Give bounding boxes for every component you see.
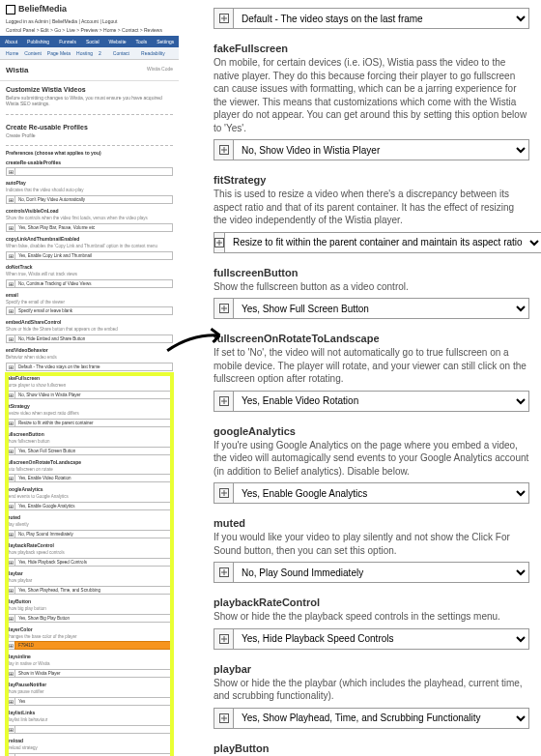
expand-icon[interactable]: ⊞ bbox=[6, 334, 14, 343]
expand-icon[interactable]: ⊞ bbox=[6, 306, 14, 315]
expand-icon[interactable]: ⊞ bbox=[6, 586, 14, 595]
tab-website[interactable]: Website bbox=[104, 36, 131, 47]
field-select[interactable]: Yes, Show Playhead, Time, and Scrubbing bbox=[14, 586, 173, 595]
tab-account[interactable]: Account bbox=[179, 36, 206, 47]
field-select[interactable]: Yes, Enable Copy Link and Thumbnail bbox=[14, 251, 173, 260]
expand-icon[interactable] bbox=[214, 708, 233, 729]
field-select[interactable]: Yes, Show Big Play Button bbox=[14, 614, 173, 623]
field-hint: Show the controls when the video first l… bbox=[6, 216, 173, 221]
tab-social[interactable]: Social bbox=[81, 36, 104, 47]
subnav-item[interactable]: Content bbox=[24, 50, 42, 56]
expand-icon[interactable] bbox=[214, 391, 233, 412]
field-label: embedAndShareControl bbox=[6, 319, 173, 325]
expand-icon[interactable]: ⊞ bbox=[6, 391, 14, 399]
field-label: playbar bbox=[6, 570, 173, 576]
field-select[interactable]: Default - The video stays on the last fr… bbox=[14, 363, 173, 371]
expand-icon[interactable] bbox=[214, 8, 233, 29]
field-select[interactable]: F7941D bbox=[14, 641, 173, 650]
expand-icon[interactable]: ⊞ bbox=[6, 363, 14, 371]
field-select[interactable]: Resize to fit within the parent containe… bbox=[14, 419, 173, 427]
field-select[interactable]: No, Don't Play Video Automatically bbox=[14, 195, 173, 204]
expand-icon[interactable]: ⊞ bbox=[6, 251, 14, 260]
field-label: preload bbox=[6, 738, 173, 743]
field-label: playButton bbox=[6, 598, 173, 604]
field-label: controlsVisibleOnLoad bbox=[6, 208, 173, 214]
expand-icon[interactable]: ⊞ bbox=[6, 279, 14, 288]
field-select[interactable]: Yes, Show Full Screen Button bbox=[14, 447, 173, 455]
tab-settings[interactable]: Settings bbox=[152, 36, 179, 47]
expand-icon[interactable]: ⊞ bbox=[6, 697, 14, 706]
field-hint: Specify the email of the viewer bbox=[6, 300, 173, 305]
field-select[interactable]: No, Show Video in Wistia Player bbox=[14, 391, 173, 399]
expand-icon[interactable] bbox=[214, 232, 224, 253]
field-label: playlistLinks bbox=[6, 710, 173, 715]
expand-icon[interactable] bbox=[214, 562, 233, 583]
tab-publishing[interactable]: Publishing bbox=[22, 36, 54, 47]
field-hint: Show pause notifier bbox=[6, 689, 173, 695]
expand-icon[interactable]: ⊞ bbox=[6, 558, 14, 567]
expand-icon[interactable]: ⊞ bbox=[6, 419, 14, 427]
field-select[interactable]: Yes bbox=[14, 697, 173, 706]
tab-tools[interactable]: Tools bbox=[131, 36, 153, 47]
tab-campaigns[interactable]: Campaigns bbox=[206, 36, 240, 47]
option-label: muted bbox=[214, 517, 529, 529]
subnav-item[interactable]: Hosting bbox=[76, 50, 93, 56]
subnav-item[interactable]: 2 bbox=[99, 50, 101, 56]
section-crp-hint: Create Profile bbox=[0, 132, 179, 142]
field-select[interactable]: Yes, Hide Playback Speed Controls bbox=[14, 558, 173, 567]
tab-about[interactable]: About bbox=[0, 36, 22, 47]
field-label: fakeFullscreen bbox=[6, 375, 173, 381]
expand-icon[interactable]: ⊞ bbox=[6, 447, 14, 455]
option-select[interactable]: No, Play Sound Immediately bbox=[233, 562, 529, 583]
field-hint: Changes the base color of the player bbox=[6, 634, 173, 640]
field-hint: Force player to show fullscreen bbox=[6, 383, 173, 389]
field-select[interactable]: No, Continue Tracking of Video Views bbox=[14, 279, 173, 288]
page-title: Wistia bbox=[6, 66, 29, 74]
expand-icon[interactable] bbox=[214, 628, 233, 650]
field-select[interactable] bbox=[14, 725, 173, 734]
field-label: playbackRateControl bbox=[6, 542, 173, 548]
option-select[interactable]: Resize to fit within the parent containe… bbox=[224, 232, 541, 253]
option-select[interactable]: Yes, Show Full Screen Button bbox=[233, 298, 529, 319]
subnav-item[interactable]: Page Meta bbox=[47, 50, 71, 56]
expand-icon[interactable]: ⊞ bbox=[6, 669, 14, 678]
field-label: playsinline bbox=[6, 654, 173, 659]
option-select[interactable]: Yes, Enable Video Rotation bbox=[233, 391, 529, 412]
option-label: fullscreenOnRotateToLandscape bbox=[214, 333, 529, 344]
option-select[interactable]: Yes, Show Playhead, Time, and Scrubbing … bbox=[233, 708, 529, 729]
field-select[interactable]: Yes, Show Play Bar, Pause, Volume etc bbox=[14, 223, 173, 232]
tab-funnels[interactable]: Funnels bbox=[54, 36, 81, 47]
option-desc: If you would like your video to play sil… bbox=[214, 531, 529, 557]
expand-icon[interactable] bbox=[214, 139, 233, 160]
field-label: playerColor bbox=[6, 626, 173, 632]
option-select[interactable]: No, Show Video in Wistia Player bbox=[233, 139, 529, 160]
field-select[interactable]: Show in Wistia Player bbox=[14, 669, 173, 678]
expand-icon[interactable]: ⊞ bbox=[6, 641, 14, 650]
expand-icon[interactable]: ⊞ bbox=[6, 725, 14, 734]
section-customize: Customize Wistia Videos bbox=[0, 81, 179, 95]
field-hint: Preload strategy bbox=[6, 745, 173, 751]
crp-select[interactable] bbox=[14, 167, 173, 176]
expand-icon[interactable]: ⊞ bbox=[6, 195, 14, 204]
field-select[interactable]: Yes, Enable Google Analytics bbox=[14, 502, 173, 510]
expand-icon[interactable]: ⊞ bbox=[6, 614, 14, 623]
subnav-item[interactable]: Contact bbox=[113, 50, 129, 56]
field-select[interactable]: No, Hide Embed and Share Button bbox=[14, 334, 173, 343]
field-select[interactable]: Specify email or leave blank bbox=[14, 306, 173, 315]
field-select[interactable]: No, Play Sound Immediately bbox=[14, 530, 173, 538]
field-select[interactable]: Yes, Enable Video Rotation bbox=[14, 474, 173, 482]
expand-icon[interactable]: ⊞ bbox=[6, 502, 14, 510]
expand-icon[interactable] bbox=[214, 298, 233, 319]
option-select[interactable]: Yes, Enable Google Analytics bbox=[233, 482, 529, 504]
subnav-item[interactable]: Home bbox=[6, 50, 18, 56]
option-select[interactable]: Yes, Hide Playback Speed Controls bbox=[233, 628, 529, 650]
subnav-item[interactable]: Readability bbox=[141, 50, 165, 56]
option-desc: If set to 'No', the video will not autom… bbox=[214, 346, 529, 386]
expand-icon[interactable]: ⊞ bbox=[6, 474, 14, 482]
option-select[interactable]: Default - The video stays on the last fr… bbox=[233, 8, 529, 29]
expand-icon[interactable]: ⊞ bbox=[6, 530, 14, 538]
expand-icon[interactable]: ⊞ bbox=[6, 223, 14, 232]
expand-icon[interactable] bbox=[214, 482, 233, 504]
field-hint: Send events to Google Analytics bbox=[6, 494, 173, 500]
expand-icon[interactable]: ⊞ bbox=[6, 167, 14, 176]
